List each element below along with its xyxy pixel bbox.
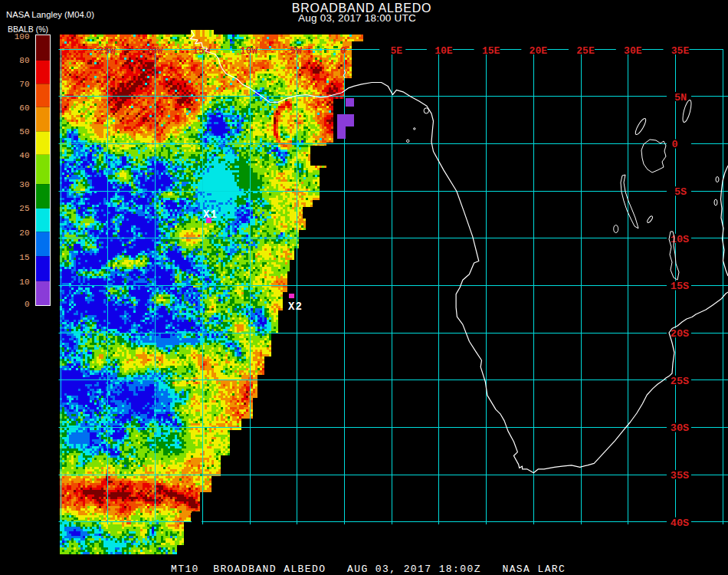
svg-text:30S: 30S — [671, 422, 689, 434]
svg-text:80: 80 — [19, 56, 29, 65]
svg-text:10: 10 — [19, 278, 29, 287]
svg-text:MT10 BROADBAND ALBEDO AUG 0: MT10 BROADBAND ALBEDO AUG 03, 2017 18:00… — [171, 564, 566, 575]
svg-text:X2: X2 — [288, 301, 303, 313]
svg-text:30: 30 — [19, 180, 29, 189]
svg-text:20W: 20W — [145, 45, 163, 57]
svg-text:BBALB (%): BBALB (%) — [8, 25, 48, 34]
svg-text:0: 0 — [671, 139, 677, 150]
svg-text:15W: 15W — [192, 45, 211, 57]
svg-text:70: 70 — [19, 80, 29, 89]
svg-text:0: 0 — [340, 45, 346, 57]
svg-text:X1: X1 — [203, 209, 218, 221]
svg-text:25S: 25S — [671, 376, 689, 387]
svg-text:15E: 15E — [482, 45, 500, 57]
svg-text:15S: 15S — [671, 281, 689, 292]
svg-text:100: 100 — [15, 32, 30, 41]
svg-text:35S: 35S — [671, 470, 689, 481]
svg-text:5E: 5E — [390, 45, 402, 57]
svg-text:0: 0 — [25, 300, 30, 309]
svg-text:60: 60 — [19, 104, 29, 113]
svg-text:30E: 30E — [624, 45, 642, 57]
svg-text:10E: 10E — [435, 45, 453, 57]
svg-text:50: 50 — [19, 127, 29, 136]
svg-text:40S: 40S — [671, 518, 689, 529]
svg-text:25E: 25E — [576, 45, 595, 57]
svg-text:5S: 5S — [674, 186, 687, 198]
svg-text:35E: 35E — [671, 45, 690, 57]
svg-text:5N: 5N — [674, 92, 687, 104]
svg-text:25W: 25W — [98, 45, 116, 57]
svg-text:10W: 10W — [240, 45, 258, 57]
svg-text:20S: 20S — [671, 328, 689, 340]
svg-text:20E: 20E — [530, 45, 548, 57]
svg-text:5W: 5W — [290, 45, 302, 57]
svg-text:Aug 03, 2017 18:00 UTC: Aug 03, 2017 18:00 UTC — [298, 12, 416, 24]
svg-text:10S: 10S — [671, 234, 689, 245]
svg-text:15: 15 — [19, 253, 29, 262]
svg-text:25: 25 — [19, 204, 29, 213]
svg-text:NASA Langley (M04.0): NASA Langley (M04.0) — [6, 10, 94, 19]
svg-text:40: 40 — [19, 151, 29, 160]
svg-text:20: 20 — [19, 228, 29, 238]
